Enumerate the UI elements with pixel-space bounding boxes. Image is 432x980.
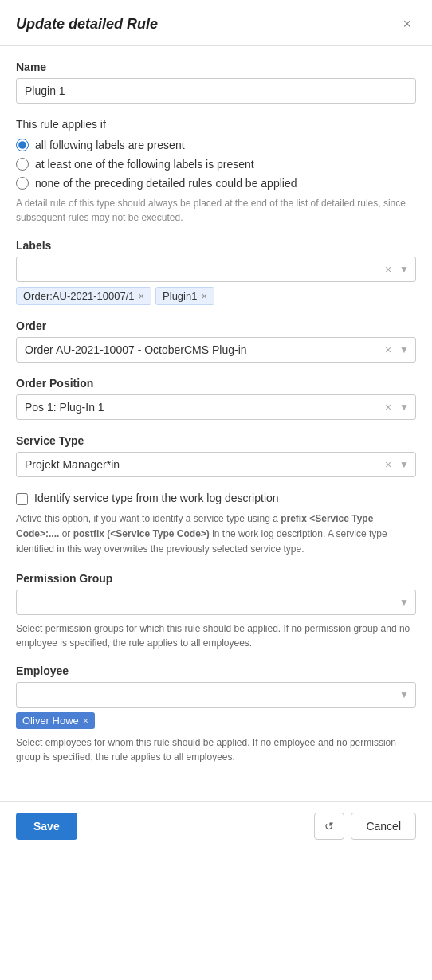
rule-applies-group: This rule applies if all following label… [16,118,416,225]
labels-select-wrapper: × ▼ [16,257,416,282]
modal-title: Update detailed Rule [16,16,158,33]
order-position-dropdown-button[interactable]: ▼ [395,398,413,416]
service-type-dropdown-button[interactable]: ▼ [395,456,413,473]
radio-at-least-one-label: at least one of the following labels is … [35,158,254,171]
label-tag-2-text: Plugin1 [163,290,197,302]
radio-all-labels[interactable] [16,139,29,151]
label-tag-1: Order:AU-2021-10007/1 × [16,287,151,305]
service-type-label: Service Type [16,434,416,447]
label-tag-2: Plugin1 × [155,287,214,305]
modal-body: Name This rule applies if all following … [0,46,432,793]
update-rule-modal: Update detailed Rule × Name This rule ap… [0,0,432,851]
service-type-field-group: Service Type × ▼ [16,434,416,477]
name-label: Name [16,61,416,73]
service-type-select-wrapper: × ▼ [16,452,416,477]
footer-right: ↺ Cancel [314,813,416,840]
order-select-icons: × ▼ [381,337,416,363]
cancel-button[interactable]: Cancel [351,813,416,840]
employee-input[interactable] [16,682,416,708]
permission-group-help: Select permission groups for which this … [16,621,416,650]
permission-group-dropdown-button[interactable]: ▼ [395,594,413,611]
labels-label: Labels [16,239,416,252]
radio-option-none[interactable]: none of the preceding detailed rules cou… [16,177,416,190]
close-button[interactable]: × [398,14,416,34]
order-dropdown-button[interactable]: ▼ [395,341,413,359]
order-label: Order [16,319,416,332]
order-input[interactable] [16,337,416,363]
reset-button[interactable]: ↺ [314,813,344,840]
rule-applies-note: A detail rule of this type should always… [16,196,416,225]
label-tag-2-remove[interactable]: × [201,291,207,301]
employee-tag-remove[interactable]: × [83,715,89,726]
order-select-wrapper: × ▼ [16,337,416,363]
order-clear-button[interactable]: × [381,340,395,359]
identify-checkbox-row: Identify service type from the work log … [16,492,416,505]
save-button[interactable]: Save [16,813,77,840]
employee-select-icons: ▼ [395,682,416,708]
name-input[interactable] [16,78,416,104]
labels-dropdown-button[interactable]: ▼ [395,261,413,278]
order-position-select-wrapper: × ▼ [16,394,416,420]
radio-none[interactable] [16,177,29,190]
permission-group-field-group: Permission Group ▼ Select permission gro… [16,572,416,650]
radio-none-label: none of the preceding detailed rules cou… [35,177,297,190]
radio-option-all-labels[interactable]: all following labels are present [16,139,416,151]
employee-tags-container: Oliver Howe × [16,708,416,729]
employee-label: Employee [16,664,416,677]
employee-dropdown-button[interactable]: ▼ [395,686,413,704]
employee-tag-name: Oliver Howe [22,715,79,727]
order-position-clear-button[interactable]: × [381,398,395,417]
employee-help: Select employees for whom this rule shou… [16,735,416,764]
labels-field-group: Labels × ▼ Order:AU-2021-10007/1 × Plugi… [16,239,416,305]
service-type-clear-button[interactable]: × [381,455,395,474]
radio-group: all following labels are present at leas… [16,139,416,225]
labels-tags-container: Order:AU-2021-10007/1 × Plugin1 × [16,287,416,305]
radio-all-labels-label: all following labels are present [35,139,185,151]
name-field-group: Name [16,61,416,104]
label-tag-1-remove[interactable]: × [138,291,144,301]
employee-select-wrapper: ▼ [16,682,416,708]
identify-checkbox[interactable] [16,493,28,505]
labels-input[interactable] [16,257,416,282]
permission-group-label: Permission Group [16,572,416,585]
service-type-select-icons: × ▼ [381,452,416,477]
label-tag-1-text: Order:AU-2021-10007/1 [23,290,134,302]
permission-group-input[interactable] [16,590,416,615]
labels-select-icons: × ▼ [381,257,416,282]
radio-at-least-one[interactable] [16,158,29,171]
permission-group-select-icons: ▼ [395,590,416,615]
employee-tag-oliver-howe: Oliver Howe × [16,712,95,729]
order-position-input[interactable] [16,394,416,420]
employee-field-group: Employee ▼ Oliver Howe × Select employee… [16,664,416,764]
order-field-group: Order × ▼ [16,319,416,363]
service-type-input[interactable] [16,452,416,477]
order-position-field-group: Order Position × ▼ [16,377,416,420]
order-position-label: Order Position [16,377,416,390]
permission-group-select-wrapper: ▼ [16,590,416,615]
labels-clear-button[interactable]: × [381,260,395,279]
rule-applies-label: This rule applies if [16,118,416,131]
modal-footer: Save ↺ Cancel [0,801,432,851]
identify-description: Active this option, if you want to ident… [16,512,416,558]
identify-checkbox-label: Identify service type from the work log … [34,492,279,504]
identify-service-type-group: Identify service type from the work log … [16,492,416,558]
radio-option-at-least-one[interactable]: at least one of the following labels is … [16,158,416,171]
modal-header: Update detailed Rule × [0,0,432,46]
order-position-select-icons: × ▼ [381,394,416,420]
